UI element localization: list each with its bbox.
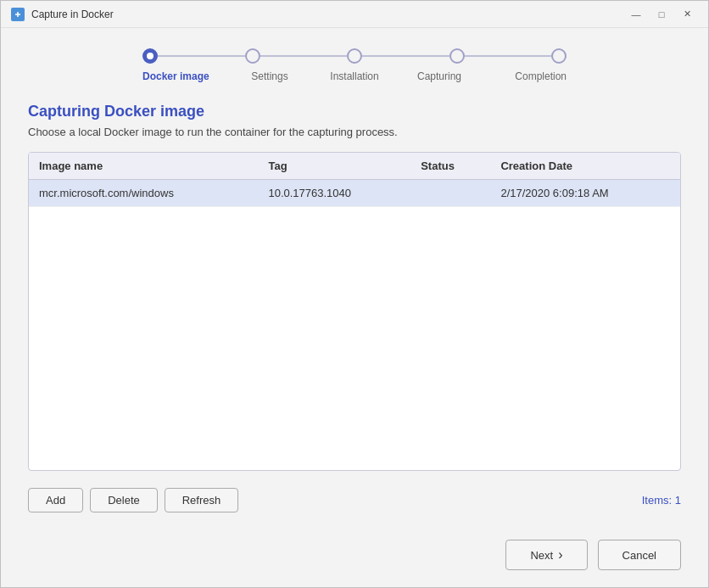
delete-button[interactable]: Delete (90, 488, 158, 512)
step-line-2 (260, 55, 348, 57)
main-content: Docker image Settings Installation Captu… (1, 28, 708, 529)
cell-status (410, 180, 490, 207)
next-button[interactable]: Next › (505, 540, 587, 570)
app-icon (11, 8, 25, 21)
step-label-1: Docker image (142, 70, 227, 82)
step-label-3: Installation (312, 70, 397, 82)
step-circle-5 (551, 48, 567, 64)
toolbar-buttons: Add Delete Refresh (28, 488, 238, 512)
col-creation-date: Creation Date (490, 153, 680, 180)
cell-tag: 10.0.17763.1040 (258, 180, 410, 207)
minimize-button[interactable]: — (625, 6, 647, 23)
step-circle-2 (245, 48, 260, 64)
image-table-container: Image name Tag Status Creation Date mcr.… (28, 152, 681, 471)
add-button[interactable]: Add (28, 488, 83, 512)
col-status: Status (410, 153, 490, 180)
page-title: Capturing Docker image (28, 103, 681, 120)
page-subtitle: Choose a local Docker image to run the c… (28, 126, 681, 138)
next-arrow-icon: › (558, 547, 562, 563)
refresh-button[interactable]: Refresh (165, 488, 239, 512)
step-line-1 (158, 55, 245, 57)
items-count: Items: 1 (642, 494, 681, 507)
window-controls: — □ ✕ (625, 6, 698, 23)
stepper-track (142, 48, 567, 64)
window-title: Capture in Docker (31, 8, 625, 20)
next-label: Next (530, 549, 553, 562)
step-circle-1 (142, 48, 158, 64)
maximize-button[interactable]: □ (650, 6, 673, 23)
footer: Next › Cancel (1, 529, 708, 587)
col-tag: Tag (258, 153, 410, 180)
step-circle-4 (449, 48, 465, 64)
table-header: Image name Tag Status Creation Date (29, 153, 680, 180)
stepper-labels: Docker image Settings Installation Captu… (142, 70, 567, 82)
cell-creation-date: 2/17/2020 6:09:18 AM (490, 180, 680, 207)
table-body: mcr.microsoft.com/windows 10.0.17763.104… (29, 180, 680, 207)
step-circle-3 (347, 48, 362, 64)
table-row[interactable]: mcr.microsoft.com/windows 10.0.17763.104… (29, 180, 680, 207)
close-button[interactable]: ✕ (676, 6, 698, 23)
step-label-4: Capturing (397, 70, 482, 82)
title-bar: Capture in Docker — □ ✕ (1, 1, 708, 28)
cancel-button[interactable]: Cancel (598, 540, 681, 570)
step-label-5: Completion (482, 70, 567, 82)
step-label-2: Settings (227, 70, 312, 82)
image-table: Image name Tag Status Creation Date mcr.… (29, 153, 680, 207)
step-line-4 (465, 55, 552, 57)
step-line-3 (362, 55, 449, 57)
cell-image-name: mcr.microsoft.com/windows (29, 180, 258, 207)
col-image-name: Image name (29, 153, 258, 180)
table-header-row: Image name Tag Status Creation Date (29, 153, 680, 180)
stepper: Docker image Settings Installation Captu… (28, 48, 681, 82)
app-window: Capture in Docker — □ ✕ Docker image (0, 0, 709, 588)
bottom-bar: Add Delete Refresh Items: 1 (28, 488, 681, 512)
